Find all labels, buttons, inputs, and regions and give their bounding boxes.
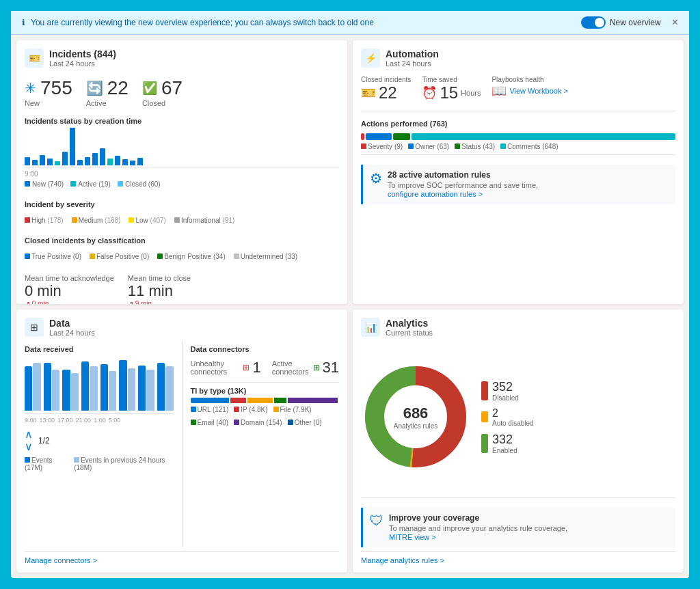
enabled-text: 332 Enabled: [492, 433, 517, 454]
legend-active: Active (19): [70, 180, 111, 188]
events-current: Events (17M): [25, 456, 67, 471]
classification-legend: True Positive (0) False Positive (0) Ben…: [25, 253, 339, 260]
analytics-legend: 352 Disabled 2 Auto disabled: [481, 380, 534, 454]
incidents-bar-chart: [25, 128, 339, 167]
close-button[interactable]: ×: [672, 16, 678, 29]
active-val-row: ⊞ 31: [313, 359, 339, 376]
new-overview-toggle[interactable]: [581, 16, 606, 29]
new-label: New: [25, 99, 72, 107]
ti-domain: Domain (154): [234, 419, 282, 426]
closed-incidents-metric: Closed incidents 🎫 22: [361, 76, 411, 102]
closed-label: Closed: [142, 99, 183, 107]
page-nav-section: ∧ ∨ 1/2: [25, 426, 174, 455]
closed-incidents-val: 22: [379, 83, 397, 102]
automation-title-group: Automation Last 24 hours: [386, 49, 439, 68]
data-title-group: Data Last 24 hours: [49, 318, 95, 337]
page-nav[interactable]: ∧ ∨: [25, 429, 33, 452]
actions-title: Actions performed (763): [361, 120, 675, 128]
automation-metrics: Closed incidents 🎫 22 Time saved ⏰ 15 Ho…: [361, 76, 675, 102]
legend-disabled: 352 Disabled: [481, 380, 534, 402]
unhealthy-val: 1: [252, 359, 260, 376]
enabled-label: Enabled: [492, 447, 517, 454]
analytics-info-desc: To manage and improve your analytics rul…: [389, 524, 567, 532]
legend-new: New (740): [25, 180, 64, 188]
dashboard-grid: 🎫 Incidents (844) Last 24 hours ✳ 755 Ne…: [11, 35, 689, 578]
disabled-text: 352 Disabled: [492, 380, 519, 402]
auto-disabled-text: 2 Auto disabled: [492, 407, 534, 427]
total-rules-val: 686: [394, 405, 438, 422]
classification-title: Closed incidents by classification: [25, 236, 339, 245]
x-label-5: 1:00: [94, 417, 106, 424]
new-value: 755: [40, 77, 72, 99]
incidents-title-group: Incidents (844) Last 24 hours: [49, 49, 116, 68]
playbooks-metric: Playbooks health 📖 View Workbook >: [492, 76, 568, 102]
active-label: Active: [86, 99, 129, 107]
disabled-val: 352: [492, 380, 519, 394]
manage-connectors-link[interactable]: Manage connectors >: [25, 556, 339, 564]
auto-disabled-val: 2: [492, 407, 534, 420]
view-workbook-link[interactable]: View Workbook >: [509, 87, 568, 95]
page-up-button[interactable]: ∧: [25, 429, 33, 440]
severity-legend: High (178) Medium (168) Low (407) Inform…: [25, 217, 339, 224]
incidents-icon: 🎫: [25, 49, 44, 68]
ti-file: File (7.9K): [273, 406, 312, 413]
unhealthy-label: Unhealthy connectors: [191, 359, 239, 376]
legend-auto-disabled: 2 Auto disabled: [481, 407, 534, 427]
connectors-title: Data connectors: [191, 345, 340, 353]
x-label-1: 9:00: [25, 417, 37, 424]
data-received-title: Data received: [25, 345, 174, 353]
toggle-container: New overview: [581, 16, 661, 29]
auto-disabled-label: Auto disabled: [492, 420, 534, 427]
legend-enabled: 332 Enabled: [481, 433, 534, 454]
data-received-section: Data received 9:00 13:00: [25, 341, 174, 548]
time-saved-unit: Hours: [461, 89, 481, 97]
mttc-trend: ↗ 9 min: [128, 300, 191, 304]
cls-undet-item: Undetermined (33): [234, 253, 297, 260]
x-label-2: 13:00: [40, 417, 55, 424]
mtta-trend: ↗ 0 min: [25, 300, 114, 304]
ti-email: Email (40): [191, 419, 229, 426]
analytics-header: 📊 Analytics Current status: [361, 318, 675, 337]
chart-x-labels: 9:00 13:00 17:00 21:00 1:00 5:00: [25, 417, 174, 424]
mitre-view-link[interactable]: MITRE view >: [389, 533, 436, 541]
configure-automation-link[interactable]: configure automation rules >: [388, 190, 483, 198]
act-owner-item: Owner (63): [408, 143, 449, 150]
events-legend: Events (17M) Events in previous 24 hours…: [25, 456, 174, 471]
ti-ip: IP (4.8K): [234, 406, 267, 413]
data-subtitle: Last 24 hours: [49, 329, 95, 337]
mttc-label: Mean time to close: [128, 274, 191, 282]
closed-incidents-label: Closed incidents: [361, 76, 411, 83]
time-metrics: Mean time to acknowledge 0 min ↗ 0 min M…: [25, 274, 339, 304]
closed-incidents-row: 🎫 22: [361, 83, 411, 102]
playbooks-label: Playbooks health: [492, 76, 568, 83]
automation-info-title: 28 active automation rules: [388, 170, 538, 180]
time-saved-label: Time saved: [422, 76, 481, 83]
automation-title: Automation: [386, 49, 439, 59]
automation-subtitle: Last 24 hours: [386, 59, 439, 68]
connectors-section: Data connectors Unhealthy connectors ⊞ 1…: [191, 341, 340, 548]
incidents-card: 🎫 Incidents (844) Last 24 hours ✳ 755 Ne…: [16, 40, 347, 304]
donut-center: 686 Analytics rules: [394, 405, 438, 430]
chart-x-label: 9:00: [25, 170, 339, 178]
active-connector-val: 31: [323, 359, 339, 376]
analytics-icon: 📊: [361, 318, 380, 337]
cls-benign-item: Benign Positive (34): [157, 253, 226, 260]
metric-active: 🔄 22 Active: [86, 77, 129, 107]
active-connector-label: Active connectors: [272, 359, 309, 376]
events-prev: Events in previous 24 hours (18M): [74, 456, 173, 471]
analytics-title: Analytics: [386, 318, 433, 329]
manage-analytics-link[interactable]: Manage analytics rules >: [361, 556, 675, 564]
playbooks-icon: 📖: [492, 83, 507, 98]
ti-bar: [191, 398, 340, 403]
data-card: ⊞ Data Last 24 hours Data received: [16, 310, 347, 573]
analytics-card: 📊 Analytics Current status: [353, 310, 684, 573]
act-status-item: Status (43): [455, 143, 495, 150]
closed-value: 67: [161, 77, 183, 99]
page-down-button[interactable]: ∨: [25, 441, 33, 452]
data-icon: ⊞: [25, 318, 44, 337]
data-chart: [25, 356, 174, 411]
analytics-title-group: Analytics Current status: [386, 318, 433, 337]
metric-new: ✳ 755 New: [25, 77, 72, 107]
data-header: ⊞ Data Last 24 hours: [25, 318, 339, 337]
vertical-divider: [182, 341, 183, 548]
